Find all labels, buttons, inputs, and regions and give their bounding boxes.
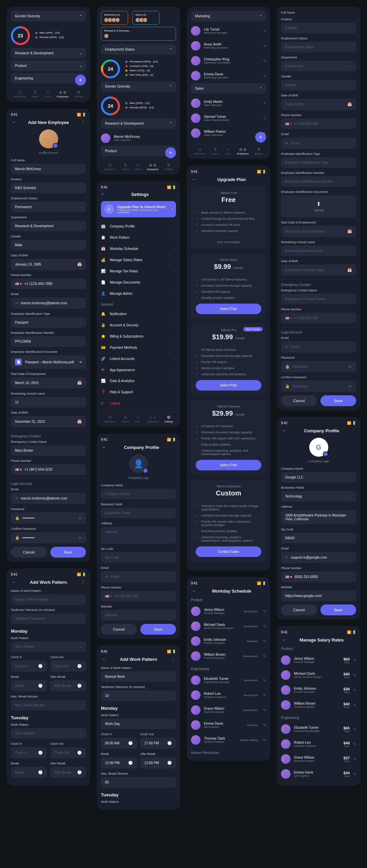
email-input[interactable]: ✉Email (281, 138, 356, 149)
gender-section-header[interactable]: Gender Diversity ⌃ (11, 11, 86, 21)
team-marketing[interactable]: Marketing (4) (101, 11, 128, 25)
back-icon[interactable]: ← (101, 444, 107, 450)
schedule-row[interactable]: Thomas ClarkSystems AnalystFlexible Work… (191, 733, 266, 747)
cancel-button[interactable]: Cancel (101, 624, 137, 635)
select-plan-button[interactable]: Select Plan (196, 304, 261, 314)
edit-icon[interactable]: ✎ (353, 772, 356, 776)
employee-row[interactable]: Christopher KingMarketing Coordinator✎ (191, 53, 266, 68)
edit-icon[interactable]: ✎ (263, 678, 266, 683)
idtype-select[interactable]: Employee Identification Type⌄ (281, 157, 356, 168)
leave-input[interactable]: Remaining Annual Leave (281, 246, 356, 256)
more-icon[interactable]: ⋮ (80, 579, 86, 585)
edit-icon[interactable]: ✎ (353, 757, 356, 761)
confirm-password-input[interactable]: 🔒Password👁 (281, 381, 356, 392)
startdate-input[interactable]: March 10, 2015📅 (11, 377, 86, 388)
eye-icon[interactable]: 👁 (348, 365, 352, 369)
email-input[interactable]: ✉support-in@google.com (281, 552, 356, 563)
login-email-input[interactable]: ✉marvin.mckinney@talento.com (11, 493, 86, 504)
save-button[interactable]: Save (320, 604, 356, 615)
settings-item[interactable]: 🔔Notification› (101, 308, 176, 320)
nav-payroll[interactable]: $Payroll (122, 163, 129, 170)
cancel-button[interactable]: Cancel (281, 395, 317, 406)
schedule-row[interactable]: William BrownProduct EngineerRemote Work… (191, 649, 266, 664)
nav-employees[interactable]: ☺☺Employees (147, 415, 159, 423)
salary-row[interactable]: Elizabeth TurnerEngineering Manager$65/h… (281, 722, 356, 737)
dob-input[interactable]: January 13, 1985📅 (11, 259, 86, 270)
settings-item[interactable]: ❓Help & Support› (101, 386, 176, 398)
department-select[interactable]: Department⌄ (281, 61, 356, 71)
address-input[interactable]: 1600 Amphitheatre Parkway in Mountain Vi… (281, 510, 356, 524)
settings-item[interactable]: 📄Manage Documents› (101, 277, 176, 288)
leave-input[interactable]: 12 (11, 397, 86, 408)
nav-employees[interactable]: ☺☺Employees (147, 163, 159, 170)
save-button[interactable]: Save (320, 395, 356, 406)
emergency-name-input[interactable]: Emergency Contact Name (281, 294, 356, 304)
edit-icon[interactable]: ✎ (263, 44, 266, 48)
company-logo[interactable]: G (309, 438, 328, 457)
more-icon[interactable]: ⋮ (170, 656, 176, 662)
salary-row[interactable]: Jenny WilsonProduct Manager$60/hour✎ (281, 653, 356, 668)
emergency-name-input[interactable]: Mary Brown (11, 445, 86, 456)
edit-icon[interactable]: ✎ (263, 738, 266, 742)
edit-icon[interactable]: ✎ (353, 658, 356, 663)
settings-item[interactable]: 💰Manage Salary Rates› (101, 254, 176, 266)
idtype-select[interactable]: Passport⌄ (11, 317, 86, 328)
upgrade-banner[interactable]: ♔ Upgrade Plan to Unlock More! Enjoy all… (101, 201, 176, 217)
settings-item[interactable]: 🔗Linked Accounts› (101, 353, 176, 364)
employee-row[interactable]: William ParkerSales Specialist✎ (191, 126, 266, 141)
address-input[interactable]: Address (101, 527, 176, 544)
close-icon[interactable]: ✕ (79, 360, 82, 364)
employment-select[interactable]: Permanent⌄ (11, 202, 86, 212)
employee-row[interactable]: Emma DavisMarketing Specialist✎ (191, 68, 266, 83)
salary-row[interactable]: Robert LeeSoftware Engineer$48/hour✎ (281, 737, 356, 752)
nav-employees[interactable]: ☺☺Employees (237, 147, 249, 155)
nav-payroll[interactable]: $Payroll (122, 415, 129, 423)
salary-row[interactable]: Grace WilsonSystems Analyst$37/hour✎ (281, 752, 356, 766)
wp-select[interactable]: Work Day⌄ (101, 719, 176, 729)
save-button[interactable]: Save (50, 547, 86, 558)
nav-settings[interactable]: ⚙Settings (164, 415, 173, 423)
afterbreak-input[interactable]: After Break🕐 (50, 680, 86, 691)
salary-row[interactable]: William BrownProduct Engineer$40/hour✎ (281, 698, 356, 712)
nav-attendance[interactable]: ◷Attendance (104, 415, 116, 423)
fullname-input[interactable]: Marvin McKinney (11, 164, 86, 174)
settings-item[interactable]: 👤Manage Admin› (101, 288, 176, 299)
clockin-input-tue[interactable]: Clock In🕐 (11, 747, 47, 758)
phone-input[interactable]: 🇺🇸 ▾+1 000 000 000 (101, 591, 176, 601)
employment-select[interactable]: Employment Status⌄ (281, 42, 356, 52)
maxbreak-input[interactable]: 60 (101, 777, 176, 788)
emergency-phone-input[interactable]: 🇺🇸 ▾+1 (987) 654-3210 (11, 464, 86, 475)
more-icon[interactable]: ⋮ (80, 119, 86, 125)
maxbreak-input[interactable]: Max. Break Minutes (11, 700, 86, 710)
phone-input[interactable]: 🇺🇸 ▾+1 (123) 456-7890 (11, 278, 86, 289)
dept-engineering[interactable]: Engineering⌄ (11, 73, 86, 84)
password-input[interactable]: 🔒••••••••••👁 (11, 512, 86, 524)
login-email-input[interactable]: ✉Email (281, 341, 356, 352)
employee-row[interactable]: Samuel TurnerSales Representative✎ (191, 111, 266, 126)
back-icon[interactable]: ← (11, 579, 17, 585)
select-plan-button[interactable]: Select Plan (196, 380, 261, 391)
emp-status-header[interactable]: Employment Status⌃ (101, 44, 176, 55)
idnumber-input[interactable]: Employee Identification Number (281, 176, 356, 187)
rd-header[interactable]: Research & Development⌃ (101, 118, 176, 129)
enddate-input[interactable]: December 31, 2023📅 (11, 416, 86, 427)
edit-icon[interactable]: ✎ (353, 703, 356, 707)
tardiness-input[interactable]: 10 (101, 690, 176, 701)
dept-rd[interactable]: Research & Development⌄ (11, 48, 86, 58)
salary-row[interactable]: Emma DavisQA Engineer$34/hour✎ (281, 766, 356, 781)
schedule-row[interactable]: Elizabeth TurnerEngineering ManagerNorma… (191, 673, 266, 688)
dept-product[interactable]: Product⌄ (11, 60, 86, 71)
back-icon[interactable]: ← (11, 119, 17, 125)
break-input[interactable]: Break🕐 (11, 680, 47, 691)
phone-input[interactable]: 🇺🇸 ▾(650) 253-0000 (281, 572, 356, 582)
wp-select[interactable]: Work Pattern⌄ (11, 641, 86, 652)
schedule-row[interactable]: Grace WilsonSystems AnalystRemote Work✎ (191, 703, 266, 718)
team-rd[interactable]: Research & Develop... (101, 27, 176, 41)
eye-icon[interactable]: 👁 (78, 536, 82, 540)
website-input[interactable]: https://www.google.com/ (281, 591, 356, 601)
fab-add[interactable]: + (255, 132, 266, 143)
position-input[interactable]: Position (281, 23, 356, 33)
edit-icon[interactable]: ✎ (353, 673, 356, 677)
emergency-phone-input[interactable]: 🇺🇸 ▾+1 000 000 000 (281, 313, 356, 323)
zip-input[interactable]: 94043 (281, 533, 356, 543)
